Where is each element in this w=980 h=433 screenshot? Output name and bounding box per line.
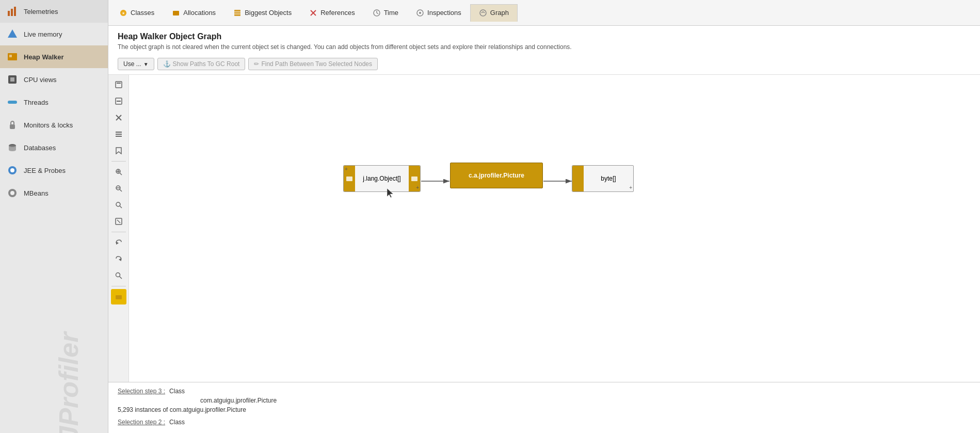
monitors-locks-icon bbox=[6, 119, 19, 131]
telemetries-icon bbox=[6, 5, 19, 18]
tool-zoom-in[interactable] bbox=[111, 164, 126, 180]
tool-search[interactable] bbox=[111, 268, 126, 283]
sidebar-item-databases[interactable]: Databases bbox=[0, 136, 108, 159]
mbeans-icon bbox=[6, 187, 19, 199]
tool-list[interactable] bbox=[111, 126, 126, 142]
svg-marker-3 bbox=[8, 29, 17, 38]
selection-step3-link[interactable]: Selection step 3 : bbox=[118, 388, 165, 395]
tab-inspections-label: Inspections bbox=[427, 9, 461, 17]
graph-wrapper: j.lang.Object[] + + bbox=[108, 75, 980, 382]
live-memory-icon bbox=[6, 28, 19, 40]
sidebar-item-label: JEE & Probes bbox=[24, 167, 66, 174]
tool-divider-1 bbox=[111, 161, 126, 162]
tab-references[interactable]: References bbox=[300, 4, 363, 22]
sidebar-item-jee-probes[interactable]: JEE & Probes bbox=[0, 159, 108, 182]
selection-step3-type: Class bbox=[169, 388, 185, 395]
tool-zoom-out[interactable] bbox=[111, 181, 126, 196]
tool-select[interactable] bbox=[111, 77, 126, 92]
page-title: Heap Walker Object Graph bbox=[108, 26, 980, 43]
tab-graph[interactable]: Graph bbox=[470, 4, 518, 22]
node-expand-br-jlang: + bbox=[416, 185, 419, 190]
sidebar-item-threads[interactable]: Threads bbox=[0, 91, 108, 114]
arrow-1-2 bbox=[421, 176, 452, 186]
graph-canvas[interactable]: j.lang.Object[] + + bbox=[129, 75, 980, 382]
tab-biggest-objects-label: Biggest Objects bbox=[245, 9, 292, 17]
svg-rect-18 bbox=[234, 10, 240, 16]
graph-tab-icon bbox=[479, 9, 487, 17]
tab-allocations[interactable]: Allocations bbox=[163, 4, 224, 22]
find-path-button[interactable]: ✏ Find Path Between Two Selected Nodes bbox=[248, 58, 378, 70]
svg-rect-9 bbox=[10, 124, 15, 129]
node-bytearray-label: byte[] bbox=[584, 175, 633, 182]
svg-rect-4 bbox=[8, 53, 17, 60]
sidebar-item-monitors-locks[interactable]: Monitors & locks bbox=[0, 114, 108, 136]
tool-delete[interactable] bbox=[111, 110, 126, 125]
sidebar-item-mbeans[interactable]: MBeans bbox=[0, 182, 108, 204]
classes-tab-icon: ☀ bbox=[119, 9, 127, 17]
tab-inspections[interactable]: Inspections bbox=[407, 4, 470, 22]
sidebar-item-label: Databases bbox=[24, 144, 56, 152]
svg-line-49 bbox=[117, 220, 120, 223]
svg-point-52 bbox=[116, 273, 120, 277]
svg-line-53 bbox=[119, 277, 122, 279]
svg-marker-38 bbox=[116, 148, 121, 154]
sidebar-item-cpu-views[interactable]: CPU views bbox=[0, 68, 108, 91]
svg-line-25 bbox=[377, 13, 378, 14]
tool-undo[interactable] bbox=[111, 235, 126, 250]
use-button[interactable]: Use ... ▼ bbox=[118, 58, 154, 70]
inspections-tab-icon bbox=[416, 9, 424, 17]
graph-node-picture[interactable]: c.a.jprofiler.Picture bbox=[450, 163, 543, 188]
tool-redo[interactable] bbox=[111, 251, 126, 267]
content-area: Heap Walker Object Graph The object grap… bbox=[108, 26, 980, 433]
tool-move[interactable] bbox=[111, 93, 126, 109]
time-tab-icon bbox=[373, 9, 381, 17]
sidebar-item-heap-walker[interactable]: Heap Walker bbox=[0, 45, 108, 68]
sidebar-item-label: Threads bbox=[24, 99, 49, 106]
use-button-label: Use ... bbox=[123, 60, 141, 68]
svg-text:☀: ☀ bbox=[121, 11, 125, 16]
find-path-label: Find Path Between Two Selected Nodes bbox=[261, 60, 372, 68]
tool-fit[interactable] bbox=[111, 197, 126, 213]
svg-rect-8 bbox=[8, 101, 17, 104]
jee-probes-icon bbox=[6, 164, 19, 177]
cpu-views-icon bbox=[6, 73, 19, 86]
svg-marker-51 bbox=[119, 258, 121, 261]
selection-step2-link[interactable]: Selection step 2 : bbox=[118, 419, 165, 426]
tab-bar: ☀ Classes Allocations Biggest Objects Re… bbox=[108, 0, 980, 26]
tab-biggest-objects[interactable]: Biggest Objects bbox=[224, 4, 300, 22]
svg-rect-55 bbox=[346, 177, 352, 181]
tab-references-label: References bbox=[320, 9, 355, 17]
dropdown-arrow-icon: ▼ bbox=[143, 61, 149, 67]
biggest-objects-tab-icon bbox=[233, 9, 242, 17]
tab-allocations-label: Allocations bbox=[183, 9, 216, 17]
tab-classes-label: Classes bbox=[131, 9, 154, 17]
anchor-icon: ⚓ bbox=[163, 60, 171, 68]
sidebar-item-label: Heap Walker bbox=[24, 53, 64, 61]
tool-bookmark[interactable] bbox=[111, 143, 126, 158]
svg-point-12 bbox=[10, 168, 14, 172]
main-content: ☀ Classes Allocations Biggest Objects Re… bbox=[108, 0, 980, 433]
pencil-icon: ✏ bbox=[254, 60, 259, 68]
graph-node-jlang[interactable]: j.lang.Object[] + + bbox=[343, 165, 421, 192]
svg-rect-32 bbox=[117, 101, 121, 102]
tab-time[interactable]: Time bbox=[364, 4, 407, 22]
tab-classes[interactable]: ☀ Classes bbox=[110, 4, 163, 22]
svg-marker-50 bbox=[116, 242, 119, 245]
tool-fit-all[interactable] bbox=[111, 214, 126, 229]
graph-node-bytearray[interactable]: byte[] + bbox=[572, 165, 634, 192]
node-jlang-label: j.lang.Object[] bbox=[355, 175, 409, 182]
sidebar-item-label: Monitors & locks bbox=[24, 121, 73, 129]
tab-time-label: Time bbox=[384, 9, 398, 17]
selection-step2-row: Selection step 2 : Class bbox=[118, 419, 971, 426]
tool-highlight[interactable] bbox=[111, 289, 126, 304]
bottom-panel: Selection step 3 : Class com.atguigu.jpr… bbox=[108, 382, 980, 433]
selection-step3-value: com.atguigu.jprofiler.Picture bbox=[200, 397, 277, 404]
sidebar-item-telemetries[interactable]: Telemetries bbox=[0, 0, 108, 23]
svg-rect-54 bbox=[116, 295, 122, 299]
show-paths-label: Show Paths To GC Root bbox=[173, 60, 240, 68]
tool-divider-2 bbox=[111, 232, 126, 232]
show-paths-button[interactable]: ⚓ Show Paths To GC Root bbox=[157, 58, 246, 70]
svg-point-46 bbox=[116, 202, 120, 206]
svg-rect-7 bbox=[10, 77, 14, 82]
sidebar-item-live-memory[interactable]: Live memory bbox=[0, 23, 108, 45]
